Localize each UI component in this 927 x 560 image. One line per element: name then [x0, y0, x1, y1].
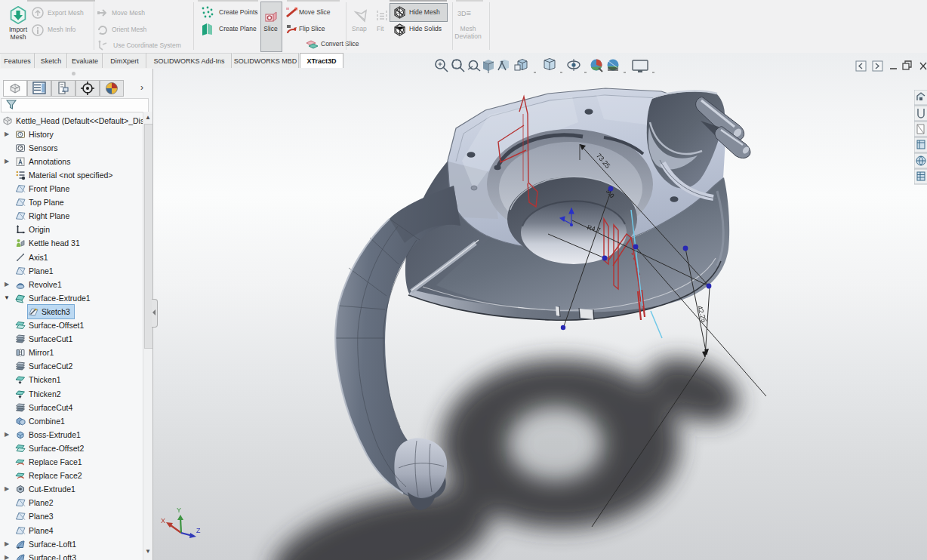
svg-text:Z: Z — [196, 527, 201, 534]
svg-text:42.25: 42.25 — [696, 305, 708, 323]
svg-text:X: X — [161, 517, 165, 525]
svg-text:Y: Y — [177, 506, 181, 514]
